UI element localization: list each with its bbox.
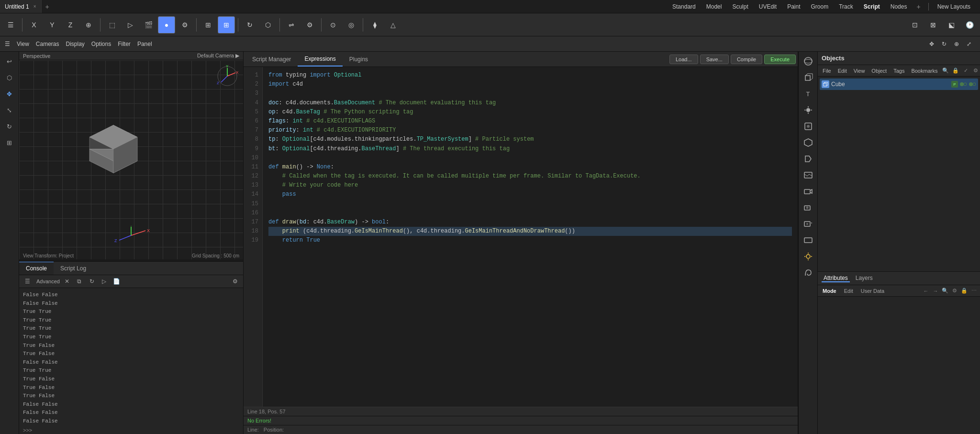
model-menu-btn[interactable]: Model	[702, 2, 727, 11]
edit-btn[interactable]: Edit	[841, 288, 856, 294]
uvedit-menu-btn[interactable]: UVEdit	[754, 2, 781, 11]
fit-view-btn[interactable]: ⤢	[964, 38, 974, 50]
objects-lock-btn[interactable]: 🔒	[951, 67, 960, 75]
display-btn[interactable]: Display	[63, 38, 87, 50]
script-manager-tab[interactable]: Script Manager	[245, 52, 298, 67]
attr-settings-btn[interactable]: ⚙	[950, 287, 959, 295]
objects-view-btn[interactable]: View	[851, 67, 868, 74]
attr-lock-btn[interactable]: 🔒	[960, 287, 969, 295]
console-refresh-btn[interactable]: ↻	[87, 276, 97, 287]
objects-edit-btn[interactable]: Edit	[835, 67, 850, 74]
console-tab[interactable]: Console	[19, 262, 54, 275]
groom-menu-btn[interactable]: Groom	[806, 2, 833, 11]
standard-menu-btn[interactable]: Standard	[668, 2, 701, 11]
code-content[interactable]: from typing import Optionalimport c4ddoc…	[263, 67, 798, 407]
console-hamburger-btn[interactable]: ☰	[22, 276, 33, 287]
console-doc-btn[interactable]: 📄	[111, 276, 122, 287]
code-editor[interactable]: 12345678910111213141516171819 from typin…	[244, 67, 798, 407]
right-icon-cube[interactable]	[801, 70, 816, 85]
frame3-btn[interactable]: ⬕	[943, 16, 960, 33]
render-active-btn[interactable]: ●	[158, 16, 175, 33]
console-settings-btn[interactable]: ⚙	[230, 276, 240, 287]
plugins-tab[interactable]: Plugins	[343, 52, 375, 67]
sym-settings-btn[interactable]: ⚙	[301, 16, 318, 33]
frame2-btn[interactable]: ⊠	[924, 16, 942, 33]
move-cursor-btn[interactable]: ✥	[926, 38, 937, 50]
objects-file-btn[interactable]: File	[820, 67, 834, 74]
add-workspace-btn[interactable]: +	[913, 3, 924, 11]
expressions-tab[interactable]: Expressions	[298, 52, 342, 67]
scale-snap-btn[interactable]: ⬡	[259, 16, 277, 33]
script-menu-btn[interactable]: Script	[859, 2, 885, 11]
clock-btn[interactable]: 🕐	[961, 16, 978, 33]
phong-btn[interactable]: ◎	[343, 16, 360, 33]
x-axis-btn[interactable]: X	[25, 16, 43, 33]
zoom-view-btn[interactable]: ⊕	[951, 38, 962, 50]
layers-title-label[interactable]: Layers	[854, 275, 875, 282]
right-icon-render2[interactable]	[801, 216, 816, 232]
user-data-btn[interactable]: User Data	[858, 288, 888, 294]
attr-back-btn[interactable]: ←	[922, 287, 930, 295]
z-axis-btn[interactable]: Z	[62, 16, 79, 33]
right-icon-render[interactable]	[801, 200, 816, 215]
nodes-menu-btn[interactable]: Nodes	[886, 2, 912, 11]
objects-tags-btn[interactable]: Tags	[891, 67, 907, 74]
view-hamburger-btn[interactable]: ☰	[2, 38, 13, 50]
render-settings-btn[interactable]: ⚙	[176, 16, 193, 33]
console-copy-btn[interactable]: ⧉	[74, 276, 85, 287]
objects-gear-btn[interactable]: ⚙	[971, 67, 980, 75]
view-btn[interactable]: View	[14, 38, 32, 50]
right-icon-sun[interactable]	[801, 249, 816, 264]
boole-btn[interactable]: ⊙	[324, 16, 342, 33]
new-tab-btn[interactable]: +	[42, 3, 53, 11]
rotate-tool-btn[interactable]: ↻	[2, 119, 17, 134]
undo-btn[interactable]: ↩	[2, 54, 17, 69]
track-menu-btn[interactable]: Track	[834, 2, 858, 11]
scale-tool-btn[interactable]: ⤡	[2, 102, 17, 118]
objects-search-btn[interactable]: 🔍	[941, 67, 950, 75]
polygon-pen-btn[interactable]: △	[384, 16, 401, 33]
right-icon-palette[interactable]	[801, 265, 816, 280]
filter-btn[interactable]: Filter	[115, 38, 134, 50]
panel-btn[interactable]: Panel	[134, 38, 155, 50]
rotate-view-btn[interactable]: ↻	[939, 38, 949, 50]
save-btn[interactable]: Save...	[700, 55, 729, 64]
script-log-tab[interactable]: Script Log	[54, 262, 93, 275]
options-btn[interactable]: Options	[89, 38, 114, 50]
cameras-btn[interactable]: Cameras	[33, 38, 62, 50]
select-tool-btn[interactable]: ⬡	[2, 70, 17, 85]
objects-bookmarks-btn[interactable]: Bookmarks	[908, 67, 940, 74]
compile-btn[interactable]: Compile	[731, 55, 762, 64]
snap-btn[interactable]: ⊞	[200, 16, 217, 33]
sym-btn[interactable]: ⇌	[283, 16, 300, 33]
right-icon-deformer[interactable]	[801, 119, 816, 134]
attr-forward-btn[interactable]: →	[931, 287, 940, 295]
transform-tool-btn[interactable]: ⊞	[2, 135, 17, 150]
paint-menu-btn[interactable]: Paint	[782, 2, 805, 11]
render-to-pic-btn[interactable]: 🎬	[140, 16, 157, 33]
attributes-title-label[interactable]: Attributes	[822, 275, 850, 282]
active-tab[interactable]: Untitled 1 ×	[0, 0, 42, 13]
right-icon-generator[interactable]	[801, 135, 816, 150]
right-icon-tag[interactable]	[801, 151, 816, 167]
right-icon-sphere[interactable]	[801, 54, 816, 69]
attr-search-btn[interactable]: 🔍	[941, 287, 949, 295]
render-btn[interactable]: ▷	[122, 16, 139, 33]
new-layouts-btn[interactable]: New Layouts	[933, 2, 975, 11]
cube-object-item[interactable]: Cube P	[820, 78, 978, 90]
console-run-btn[interactable]: ▷	[99, 276, 110, 287]
soft-sel-btn[interactable]: ⧫	[366, 16, 383, 33]
coord-btn[interactable]: ⊕	[80, 16, 97, 33]
console-clear-btn[interactable]: ✕	[62, 276, 72, 287]
attr-more-btn[interactable]: ⋯	[969, 287, 978, 295]
tab-close-btn[interactable]: ×	[33, 4, 36, 9]
objects-object-btn[interactable]: Object	[869, 67, 890, 74]
load-btn[interactable]: Load...	[669, 55, 698, 64]
y-axis-btn[interactable]: Y	[44, 16, 61, 33]
right-icon-light[interactable]	[801, 102, 816, 118]
grid-btn[interactable]: ⊞	[218, 16, 235, 33]
right-icon-camera[interactable]	[801, 184, 816, 199]
render-region-btn[interactable]: ⬚	[103, 16, 121, 33]
rotate-snap-btn[interactable]: ↻	[241, 16, 258, 33]
menu-icon-btn[interactable]: ☰	[2, 16, 19, 33]
